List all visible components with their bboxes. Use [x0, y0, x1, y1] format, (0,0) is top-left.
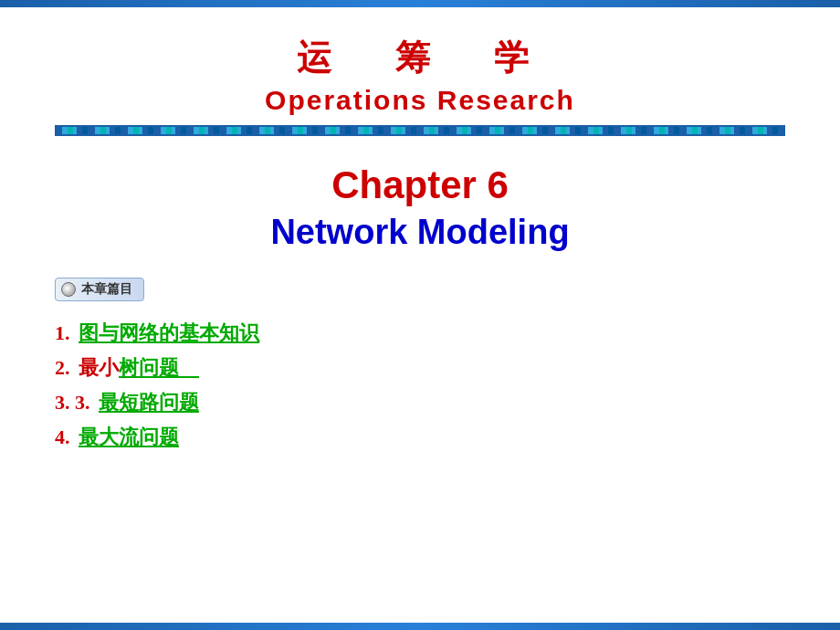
- item-prefix: 最小: [79, 356, 119, 379]
- chapter-heading: Chapter 6: [55, 163, 785, 207]
- toc-link-3[interactable]: 最短路问题: [99, 391, 199, 414]
- item-number: 4.: [55, 425, 70, 448]
- toc-badge-text: 本章篇目: [81, 281, 132, 298]
- toc-link-2[interactable]: 树问题: [119, 356, 199, 379]
- toc-list: 1. 图与网络的基本知识 2. 最小树问题 3. 3. 最短路问题 4. 最大流…: [55, 320, 785, 451]
- toc-badge: 本章篇目: [55, 278, 144, 301]
- bottom-bar: [0, 623, 840, 630]
- chapter-subheading: Network Modeling: [55, 213, 785, 252]
- item-number: 3. 3.: [55, 391, 90, 414]
- top-bar: [0, 0, 840, 7]
- decorative-divider: [55, 125, 785, 136]
- toc-badge-icon: [61, 282, 76, 297]
- list-item: 2. 最小树问题: [55, 354, 785, 382]
- list-item: 1. 图与网络的基本知识: [55, 320, 785, 347]
- toc-link-4[interactable]: 最大流问题: [79, 425, 179, 448]
- toc-link-1[interactable]: 图与网络的基本知识: [79, 321, 259, 344]
- item-number: 2.: [55, 356, 70, 379]
- list-item: 4. 最大流问题: [55, 424, 785, 451]
- item-number: 1.: [55, 321, 70, 344]
- chinese-title: 运 筹 学: [55, 35, 785, 81]
- english-subtitle: Operations Research: [55, 85, 785, 116]
- list-item: 3. 3. 最短路问题: [55, 389, 785, 416]
